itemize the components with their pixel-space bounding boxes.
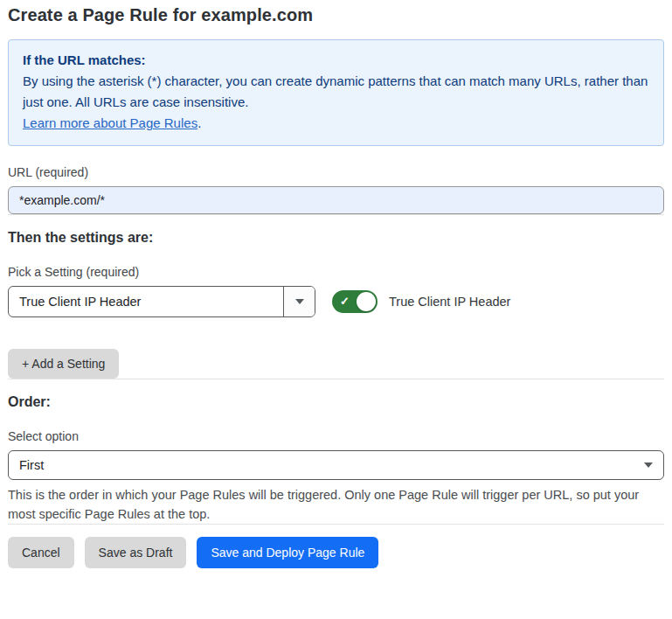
section-divider: [8, 214, 664, 215]
order-section-heading: Order:: [8, 394, 664, 410]
setting-dropdown-value: True Client IP Header: [9, 287, 283, 316]
setting-toggle-group: ✓ True Client IP Header: [332, 290, 510, 313]
url-match-info-box: If the URL matches: By using the asteris…: [8, 39, 664, 146]
info-box-body: By using the asterisk (*) character, you…: [23, 71, 649, 113]
setting-row: True Client IP Header ✓ True Client IP H…: [8, 286, 664, 317]
order-select-value: First: [9, 451, 634, 479]
url-input[interactable]: [8, 186, 664, 214]
setting-dropdown[interactable]: True Client IP Header: [8, 286, 315, 317]
order-select[interactable]: First: [8, 450, 664, 480]
chevron-down-icon: [634, 451, 663, 479]
create-page-rule-form: Create a Page Rule for example.com If th…: [0, 0, 672, 568]
page-title: Create a Page Rule for example.com: [8, 5, 664, 25]
save-deploy-button[interactable]: Save and Deploy Page Rule: [197, 537, 378, 568]
order-help-text: This is the order in which your Page Rul…: [8, 485, 664, 524]
footer-divider: [8, 524, 664, 525]
link-suffix: .: [197, 115, 201, 130]
cancel-button[interactable]: Cancel: [8, 537, 74, 568]
pick-setting-label: Pick a Setting (required): [8, 265, 664, 279]
select-option-label: Select option: [8, 429, 664, 443]
setting-toggle[interactable]: ✓: [332, 290, 378, 313]
url-field-label: URL (required): [8, 165, 664, 179]
add-setting-button[interactable]: + Add a Setting: [8, 349, 119, 379]
footer-actions: Cancel Save as Draft Save and Deploy Pag…: [8, 537, 664, 568]
learn-more-link[interactable]: Learn more about Page Rules: [23, 115, 197, 130]
setting-toggle-label: True Client IP Header: [389, 295, 510, 309]
triangle-down-glyph: [295, 299, 304, 304]
save-draft-button[interactable]: Save as Draft: [85, 537, 187, 568]
settings-section-heading: Then the settings are:: [8, 230, 664, 246]
info-box-heading: If the URL matches:: [23, 50, 649, 71]
triangle-down-glyph: [644, 463, 653, 468]
chevron-down-icon[interactable]: [283, 287, 315, 316]
check-icon: ✓: [340, 296, 350, 307]
toggle-knob: [357, 292, 376, 311]
section-divider: [8, 379, 664, 379]
info-box-link-row: Learn more about Page Rules.: [23, 113, 649, 134]
